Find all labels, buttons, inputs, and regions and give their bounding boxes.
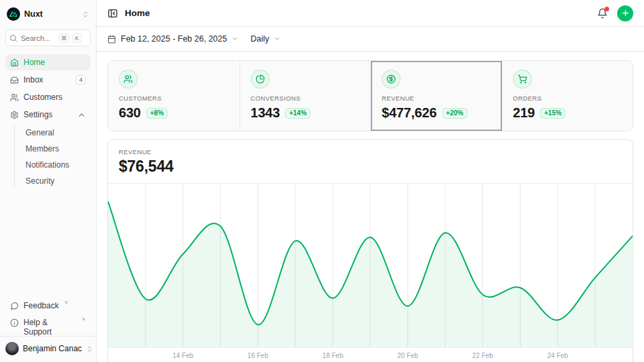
date-range-picker[interactable]: Feb 12, 2025 - Feb 26, 2025 <box>107 34 238 44</box>
search-icon <box>9 34 17 42</box>
chevron-down-icon <box>231 36 238 42</box>
stat-label: REVENUE <box>382 95 491 102</box>
stat-label: CONVERSIONS <box>251 95 360 102</box>
sidebar-item-label: Inbox <box>23 75 43 84</box>
sidebar-item-home[interactable]: Home <box>5 54 91 70</box>
inbox-icon <box>10 76 19 84</box>
gear-icon <box>10 111 19 119</box>
sidebar-nav: Home Inbox 4 Customers Settings <box>5 54 91 190</box>
user-menu[interactable]: Benjamin Canac <box>0 336 96 357</box>
stat-value: 219 <box>513 105 535 121</box>
sidebar-item-customers[interactable]: Customers <box>5 89 91 105</box>
sidebar-item-members[interactable]: Members <box>23 141 91 156</box>
stat-card-conversions[interactable]: CONVERSIONS 1343 +14% <box>239 61 371 131</box>
external-link-icon <box>81 317 86 322</box>
stat-label: CUSTOMERS <box>119 95 229 102</box>
notification-dot <box>604 7 609 11</box>
sidebar-item-security[interactable]: Security <box>23 174 91 188</box>
add-button[interactable] <box>617 5 633 21</box>
feedback-label: Feedback <box>23 301 59 310</box>
date-range-value: Feb 12, 2025 - Feb 26, 2025 <box>121 34 227 44</box>
stat-value: $477,626 <box>382 105 437 121</box>
page-title: Home <box>125 8 150 18</box>
panel-left-close-icon <box>107 8 118 19</box>
help-support-label: Help & Support <box>23 318 76 337</box>
filters-toolbar: Feb 12, 2025 - Feb 26, 2025 Daily <box>97 27 644 52</box>
chart-canvas <box>108 184 633 347</box>
sidebar-item-inbox[interactable]: Inbox 4 <box>5 72 91 88</box>
sidebar-item-label: Settings <box>23 110 52 119</box>
stat-delta-badge: +14% <box>285 108 311 119</box>
stat-card-revenue[interactable]: REVENUE $477,626 +20% <box>370 61 502 131</box>
sidebar-item-settings[interactable]: Settings <box>5 107 91 123</box>
stat-value: 630 <box>119 105 141 121</box>
chart-header: REVENUE $76,544 <box>108 140 633 184</box>
users-icon <box>10 93 19 102</box>
revenue-area-chart[interactable] <box>108 184 633 347</box>
stat-delta-badge: +8% <box>146 108 168 119</box>
stat-value: 1343 <box>251 105 280 121</box>
user-name: Benjamin Canac <box>23 344 82 353</box>
feedback-link[interactable]: Feedback <box>5 300 91 315</box>
sidebar-item-label: Home <box>23 58 45 67</box>
stat-delta-badge: +15% <box>540 108 566 119</box>
users-icon <box>119 70 138 88</box>
settings-submenu: General Members Notifications Security <box>14 125 91 188</box>
nuxt-logo-icon <box>7 7 20 21</box>
x-tick-label: 16 Feb <box>248 352 268 359</box>
revenue-chart-card: REVENUE $76,544 14 Feb16 Feb18 Feb20 Feb… <box>107 139 633 362</box>
inbox-count-badge: 4 <box>76 75 86 85</box>
sidebar-item-general[interactable]: General <box>23 125 91 140</box>
external-link-icon <box>64 300 68 305</box>
chart-x-axis: 14 Feb16 Feb18 Feb20 Feb22 Feb24 Feb <box>108 347 633 362</box>
topbar: Home <box>97 0 644 27</box>
sidebar: Nuxt ⌘ K Home Inbox 4 Cust <box>0 0 97 362</box>
main-panel: Home Feb 12, 2025 - Feb 26, 2025 Daily <box>97 0 644 362</box>
avatar <box>5 342 19 355</box>
kbd-cmd: ⌘ <box>59 34 69 43</box>
period-select[interactable]: Daily <box>250 34 280 44</box>
x-tick-label: 20 Feb <box>397 352 418 359</box>
chevron-up-icon <box>77 111 86 119</box>
stat-card-customers[interactable]: CUSTOMERS 630 +8% <box>108 61 239 131</box>
stat-delta-badge: +20% <box>442 108 468 119</box>
search-input[interactable] <box>21 34 56 42</box>
workspace-switcher[interactable]: Nuxt <box>5 5 91 23</box>
chevrons-up-down-icon <box>86 345 93 353</box>
stat-label: ORDERS <box>513 95 623 102</box>
x-tick-label: 24 Feb <box>547 352 568 359</box>
x-tick-label: 14 Feb <box>172 352 193 359</box>
chart-metric-label: REVENUE <box>119 148 622 156</box>
period-value: Daily <box>250 34 269 44</box>
notifications-button[interactable] <box>597 8 608 19</box>
chat-bubble-icon <box>10 302 19 310</box>
chevrons-up-down-icon <box>82 11 89 18</box>
kbd-k: K <box>72 34 82 43</box>
help-support-link[interactable]: Help & Support <box>5 316 91 332</box>
dollar-circle-icon <box>382 70 400 88</box>
chevron-down-icon <box>274 36 280 42</box>
pie-chart-icon <box>251 70 270 88</box>
x-tick-label: 22 Feb <box>472 352 493 359</box>
x-tick-label: 18 Feb <box>323 352 343 359</box>
content-area: CUSTOMERS 630 +8% CONVERSIONS 1343 +14% <box>97 52 644 362</box>
info-circle-icon <box>10 318 19 327</box>
workspace-name: Nuxt <box>24 9 78 19</box>
sidebar-footer-links: Feedback Help & Support <box>5 300 91 332</box>
search-input-wrap[interactable]: ⌘ K <box>5 29 91 46</box>
cart-icon <box>513 70 532 88</box>
home-icon <box>10 58 19 67</box>
sidebar-item-label: Customers <box>23 93 62 102</box>
sidebar-item-notifications[interactable]: Notifications <box>23 158 91 172</box>
stat-card-orders[interactable]: ORDERS 219 +15% <box>502 61 633 131</box>
calendar-icon <box>107 35 116 44</box>
chart-metric-value: $76,544 <box>119 158 622 176</box>
dashboard-app: Nuxt ⌘ K Home Inbox 4 Cust <box>0 0 644 362</box>
collapse-sidebar-button[interactable] <box>107 8 118 19</box>
plus-icon <box>621 9 630 17</box>
stats-row: CUSTOMERS 630 +8% CONVERSIONS 1343 +14% <box>107 60 633 131</box>
